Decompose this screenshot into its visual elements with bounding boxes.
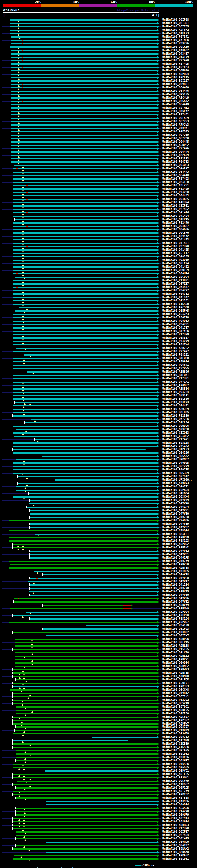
hit-label[interactable]: UniRef100_P04780 (162, 191, 189, 194)
hit-label[interactable]: UniRef100_P07371 (162, 35, 189, 38)
hit-bar[interactable] (13, 794, 157, 795)
hit-bar[interactable] (12, 334, 157, 335)
hit-label[interactable]: UniRef100_C5WTC1 (162, 681, 189, 685)
hit-label[interactable]: UniRef100_B0L0Y1 (162, 857, 189, 861)
hit-label[interactable]: UniRef100_Q4VV62 (162, 549, 189, 553)
hit-bar[interactable] (12, 236, 157, 237)
hit-label[interactable]: UniRef100_P12470 (162, 221, 189, 224)
hit-label[interactable]: UniRef100_P27497 (162, 350, 189, 353)
hit-label[interactable]: UniRef100_B9I107 (162, 79, 189, 83)
hit-bar[interactable] (12, 209, 157, 210)
hit-bar[interactable] (15, 219, 157, 220)
hit-bar[interactable] (12, 182, 157, 183)
hit-bar[interactable] (12, 496, 157, 498)
hit-bar[interactable] (12, 385, 157, 386)
hit-bar[interactable] (12, 409, 157, 410)
hit-label[interactable]: UniRef100_Q40788 (162, 516, 189, 519)
hit-label[interactable]: UniRef100_C0PQD7 (162, 620, 189, 624)
hit-label[interactable]: UniRef100_Q40934 (162, 803, 189, 806)
hit-bar[interactable] (12, 198, 157, 200)
hit-label[interactable]: UniRef100_A8D752 (162, 346, 189, 350)
hit-bar[interactable] (11, 138, 157, 139)
hit-bar[interactable] (13, 415, 157, 416)
hit-label[interactable]: UniRef100_P92919 (162, 258, 189, 262)
hit-label[interactable]: UniRef100_Q41424 (162, 214, 189, 218)
hit-bar[interactable] (13, 716, 157, 718)
hit-label[interactable]: UniRef100_Q40769 (162, 559, 189, 563)
hit-bar[interactable] (12, 239, 157, 241)
hit-bar[interactable] (13, 683, 157, 684)
hit-label[interactable]: UniRef100_O48657 (162, 49, 189, 52)
hit-label[interactable]: UniRef100_P07369 (162, 133, 189, 137)
hit-bar[interactable] (11, 94, 157, 95)
hit-label[interactable]: UniRef100_A9P0Q2 (162, 542, 189, 546)
hit-bar[interactable] (30, 551, 157, 552)
hit-bar[interactable] (30, 557, 157, 559)
hit-label[interactable]: UniRef100_P12328 (162, 827, 189, 830)
hit-label[interactable]: UniRef100_P27492 (162, 208, 189, 211)
hit-bar[interactable] (92, 737, 157, 738)
hit-label[interactable]: UniRef100_Q4VV51 (162, 509, 189, 512)
hit-label[interactable]: UniRef100_P04777 (162, 289, 189, 292)
hit-label[interactable]: UniRef100_B4G143 (162, 444, 189, 448)
hit-label[interactable]: UniRef100_O64443 (162, 170, 189, 174)
hit-bar[interactable] (12, 764, 157, 765)
hit-bar[interactable] (34, 571, 157, 572)
hit-label[interactable]: UniRef100_B9RN67 (162, 458, 189, 461)
hit-label[interactable]: UniRef100_C1K5B9 (162, 742, 189, 745)
hit-bar[interactable] (12, 175, 157, 176)
hit-bar[interactable] (31, 419, 157, 420)
hit-label[interactable]: UniRef100_C1K5D0 (162, 302, 189, 306)
hit-label[interactable]: UniRef100_Q4VV47 (162, 580, 189, 583)
hit-label[interactable]: UniRef100_O64445 (162, 140, 189, 144)
hit-bar[interactable] (9, 622, 157, 623)
hit-label[interactable]: UniRef100_A9PJH7 (162, 719, 189, 722)
hit-label[interactable]: UniRef100_Q765P5 (162, 766, 189, 769)
hit-bar[interactable] (16, 845, 157, 846)
hit-bar[interactable] (12, 273, 157, 274)
hit-label[interactable]: UniRef100_B6T2Y9 (162, 465, 189, 468)
hit-bar[interactable] (15, 659, 157, 660)
hit-label[interactable]: UniRef100_Q3SA42 (162, 99, 189, 103)
hit-label[interactable]: UniRef100_O64446 (162, 89, 189, 93)
hit-label[interactable]: UniRef100_P04782 (162, 292, 189, 296)
hit-bar[interactable] (11, 121, 157, 122)
hit-label[interactable]: UniRef100_Q4VV58 (162, 577, 189, 580)
hit-label[interactable]: UniRef100_C0PAQ4 (162, 488, 189, 492)
hit-bar[interactable] (11, 148, 157, 149)
hit-bar[interactable] (9, 530, 157, 531)
hit-label[interactable]: UniRef100_Q9ZP08 (162, 18, 189, 22)
hit-bar[interactable] (16, 808, 157, 809)
hit-bar[interactable] (12, 388, 157, 390)
hit-label[interactable]: UniRef100_P09755 (162, 468, 189, 471)
hit-bar[interactable] (12, 445, 157, 447)
hit-bar[interactable] (30, 584, 157, 586)
hit-label[interactable]: UniRef100_Q40770 (162, 587, 189, 590)
hit-label[interactable]: UniRef100_Q19UF9 (162, 813, 189, 816)
hit-label[interactable]: UniRef100_Q5ZF93 (162, 627, 189, 630)
hit-label[interactable]: UniRef100_Q84TM7 (162, 844, 189, 847)
hit-label[interactable]: UniRef100_A9NP21 (162, 658, 189, 661)
hit-label[interactable]: UniRef100_Q2XTE0 (162, 180, 189, 184)
hit-bar[interactable] (17, 780, 157, 782)
hit-label[interactable]: UniRef100_Q39141 (162, 394, 189, 397)
hit-label[interactable]: UniRef100_C5XQ83 (162, 431, 189, 434)
hit-label[interactable]: UniRef100_B8XLF1 (162, 532, 189, 536)
hit-label[interactable]: UniRef100_P12469 (162, 187, 189, 191)
hit-bar[interactable] (12, 266, 157, 268)
hit-bar[interactable] (10, 23, 157, 24)
hit-label[interactable]: UniRef100_Q4VV49 (162, 498, 189, 502)
hit-label[interactable]: UniRef100_O64449 (162, 103, 189, 106)
hit-label[interactable]: UniRef100_Q9XF86 (162, 755, 189, 759)
hit-label[interactable]: UniRef100_A9NRK2 (162, 546, 189, 549)
hit-bar[interactable] (12, 192, 157, 193)
hit-label[interactable]: UniRef100_Q677F6 (162, 417, 189, 421)
hit-bar[interactable] (12, 232, 157, 234)
hit-bar[interactable] (11, 134, 157, 136)
hit-label[interactable]: UniRef100_B9S155 (162, 93, 189, 96)
hit-bar[interactable] (12, 304, 157, 305)
hit-label[interactable]: UniRef100_P27496 (162, 147, 189, 150)
hit-label[interactable]: UniRef100_P15195 (162, 648, 189, 651)
hit-bar[interactable] (13, 723, 157, 724)
hit-bar[interactable] (12, 405, 157, 406)
